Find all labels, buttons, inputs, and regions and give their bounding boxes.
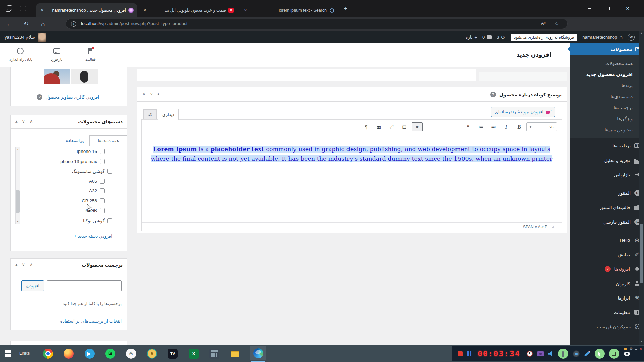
tab-most-used[interactable]: پراستفاده — [66, 138, 84, 143]
move-up-icon[interactable]: ∧ — [30, 119, 33, 124]
category-row[interactable]: phone 13 pro max — [21, 157, 123, 167]
coming-soon-notice[interactable]: فروشگاه به زودی راه‌اندازی می‌شود — [511, 34, 577, 41]
tab-actions-icon[interactable] — [5, 5, 13, 13]
choose-tags-link[interactable]: انتخاب از برچسب‌های پر استفاده — [60, 318, 122, 324]
tab-headphone-shop[interactable]: قیمت و خرید هدفون بلوتوثی ایل مد — [139, 3, 237, 17]
help-icon[interactable]: ? — [490, 92, 496, 97]
title-input-partial[interactable] — [137, 69, 476, 81]
menu-item-users[interactable]: کاربران — [570, 276, 644, 291]
stop-recording-icon[interactable] — [458, 351, 463, 356]
tab-wordpress-admin[interactable]: افزودن محصول جدید ، hamrahetechshop — [36, 3, 137, 17]
category-checkbox[interactable] — [100, 179, 105, 184]
blockquote-button[interactable]: ❝ — [463, 122, 474, 131]
category-checkbox[interactable] — [107, 169, 112, 174]
link-button[interactable]: ⚭ — [412, 122, 423, 131]
order-icon[interactable]: ▴ — [157, 91, 160, 96]
speaker-icon[interactable] — [548, 351, 554, 356]
tradingview-icon[interactable]: TV — [167, 348, 178, 359]
window-minimize-button[interactable] — [582, 0, 597, 17]
bold-button[interactable]: B — [514, 122, 525, 131]
submenu-tags[interactable]: برچسب‌ها — [570, 102, 644, 113]
category-row[interactable]: GB 256 — [21, 196, 123, 206]
window-restore-button[interactable] — [600, 0, 616, 17]
submenu-add-new-product[interactable]: افزودن محصول جدید — [570, 69, 644, 80]
menu-item-plugins[interactable]: افزونه‌ها 2 — [570, 262, 644, 276]
menu-item-elementor-farsi[interactable]: فا المنتور فارسی — [570, 215, 644, 229]
vertical-tabs-icon[interactable] — [19, 5, 28, 13]
panel-header[interactable]: برچسب محصولات ▴∨∧ — [11, 259, 127, 272]
address-bar[interactable]: i localhost/wp-admin/post-new.php?post_t… — [66, 19, 568, 29]
category-row[interactable]: Iphone 16 — [21, 146, 123, 157]
submenu-categories[interactable]: دسته‌بندی‌ها — [570, 91, 644, 102]
comments-indicator[interactable]: 0 — [482, 35, 492, 40]
read-more-button[interactable]: ⊟ — [399, 122, 410, 131]
activity-button[interactable]: فعالیت — [81, 47, 99, 62]
new-content-menu[interactable]: تازه — [466, 34, 477, 40]
recordings-folder-icon[interactable] — [624, 348, 627, 350]
tab-all-categories[interactable]: همه دسته‌ها — [89, 135, 127, 146]
paragraph-style-dropdown[interactable]: بند ▾ — [526, 122, 557, 131]
bulleted-list-button[interactable]: ≔ — [488, 122, 499, 131]
wordpress-logo-icon[interactable]: W — [628, 34, 635, 41]
gallery-image-product[interactable] — [71, 69, 98, 84]
visibility-eye-icon[interactable] — [624, 352, 630, 356]
category-checkbox[interactable] — [100, 198, 105, 203]
home-button[interactable] — [38, 19, 48, 29]
draw-pencil-icon[interactable] — [584, 351, 590, 356]
panel-header[interactable]: دسته‌های محصولات ▴∨∧ — [11, 115, 127, 129]
scroll-down-icon[interactable] — [639, 340, 644, 345]
tab-visual-editor[interactable]: دیداری — [158, 109, 179, 120]
start-button[interactable] — [5, 350, 11, 357]
order-icon[interactable]: ▴ — [15, 262, 18, 267]
menu-item-products[interactable]: محصولات — [570, 43, 644, 55]
submenu-brands[interactable]: برندها — [570, 80, 644, 91]
category-row[interactable]: 64GB — [21, 206, 123, 216]
finish-setup-button[interactable]: پایان راه اندازی — [9, 47, 32, 62]
scroll-up-icon[interactable] — [639, 32, 644, 36]
collapse-menu-button[interactable]: جمع‌کردن فهرست — [570, 319, 644, 334]
fullscreen-button[interactable]: ⤢ — [386, 122, 397, 131]
submenu-attributes[interactable]: ویژگی‌ها — [570, 113, 644, 124]
add-gallery-link[interactable]: افزودن گالری تصاویر محصول — [45, 95, 99, 100]
category-checkbox[interactable] — [100, 149, 105, 154]
category-checkbox[interactable] — [107, 218, 112, 223]
new-tab-button[interactable] — [342, 5, 350, 13]
menu-item-marketing[interactable]: بازاریابی — [570, 167, 644, 182]
recorder-minimize-icon[interactable] — [635, 347, 637, 351]
align-right-button[interactable]: ≡ — [450, 122, 461, 131]
text-direction-button[interactable]: ¶ — [361, 122, 372, 131]
category-row[interactable]: گوشی نوکیا — [21, 216, 123, 226]
resize-grip-icon[interactable] — [551, 225, 554, 229]
firefox-icon[interactable] — [63, 348, 74, 359]
excel-icon[interactable]: X — [188, 348, 199, 359]
chrome-icon[interactable] — [42, 348, 54, 359]
scrollbar-thumb[interactable] — [640, 224, 643, 283]
move-down-icon[interactable]: ∨ — [22, 119, 25, 124]
tab-search[interactable]: lorem ipsum text - Search — [239, 3, 337, 17]
category-checkbox[interactable] — [100, 159, 105, 164]
recorder-close-icon[interactable] — [640, 347, 642, 351]
menu-item-settings[interactable]: تنظیمات — [570, 305, 644, 319]
coin-app-icon[interactable]: 5 — [146, 348, 158, 359]
alarm-clock-icon[interactable] — [527, 351, 533, 357]
editor-content[interactable]: Lorem Ipsum is a placeholder text common… — [142, 134, 562, 222]
favorite-star-icon[interactable] — [555, 21, 559, 27]
updates-indicator[interactable]: 3 — [497, 34, 505, 40]
add-category-link[interactable]: + افزودن دسته جدید — [74, 233, 112, 239]
pause-recording-icon[interactable] — [467, 351, 471, 356]
submenu-all-products[interactable]: همه محصولات — [570, 58, 644, 69]
menu-item-elementor-templates[interactable]: قالب‌های المنتور — [570, 200, 644, 215]
category-row[interactable]: A05 — [21, 176, 123, 186]
category-checkbox[interactable] — [100, 188, 105, 193]
read-aloud-icon[interactable]: A — [541, 21, 546, 26]
microphone-icon[interactable] — [558, 349, 568, 359]
calculator-icon[interactable] — [209, 348, 220, 359]
site-info-icon[interactable]: i — [71, 21, 76, 27]
add-tag-button[interactable]: افزودن — [21, 280, 44, 291]
page-scrollbar[interactable] — [639, 31, 644, 345]
chatgpt-icon[interactable] — [125, 348, 137, 359]
kitchen-sink-button[interactable]: ▦ — [373, 122, 384, 131]
file-explorer-icon[interactable] — [229, 348, 241, 359]
telegram-icon[interactable] — [84, 348, 95, 359]
order-icon[interactable]: ▴ — [15, 119, 18, 124]
